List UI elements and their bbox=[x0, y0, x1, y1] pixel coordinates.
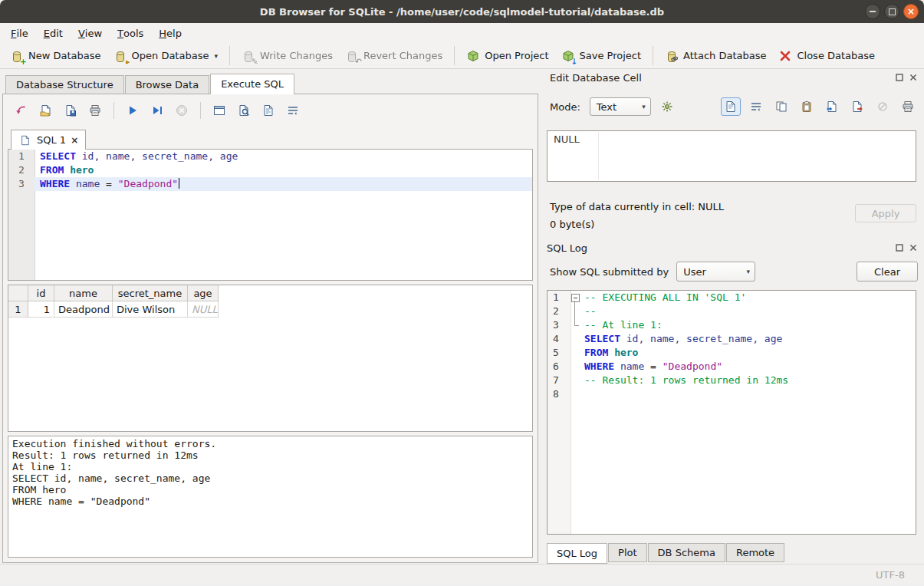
code-text[interactable] bbox=[581, 387, 916, 401]
clear-log-button[interactable]: Clear bbox=[857, 262, 918, 281]
bottom-tab-plot[interactable]: Plot bbox=[608, 543, 647, 562]
cell-editor[interactable]: NULL bbox=[547, 130, 916, 182]
save-project-button[interactable]: ↓Save Project bbox=[555, 47, 648, 65]
copy-button[interactable] bbox=[771, 97, 791, 116]
sql-editor-tab[interactable]: SQL 1 × bbox=[11, 130, 86, 150]
export-icon bbox=[850, 100, 864, 114]
float-dock-icon[interactable] bbox=[896, 244, 904, 252]
find-button[interactable] bbox=[233, 100, 255, 120]
column-header-secret_name[interactable]: secret_name bbox=[113, 285, 188, 301]
new-database-button[interactable]: +New Database bbox=[4, 47, 107, 65]
code-text[interactable]: FROM hero bbox=[581, 346, 916, 360]
open-editor-window-button[interactable] bbox=[209, 100, 230, 120]
format-sql-button[interactable] bbox=[258, 100, 279, 120]
new-sql-tab-icon bbox=[15, 104, 28, 117]
code-text[interactable]: SELECT id, name, secret_name, age bbox=[35, 150, 532, 163]
bottom-tab-remote[interactable]: Remote bbox=[726, 543, 784, 562]
code-text[interactable]: WHERE name = "Deadpond" bbox=[35, 177, 532, 191]
attach-database-button[interactable]: Attach Database bbox=[659, 47, 772, 65]
tab-browse-data[interactable]: Browse Data bbox=[125, 75, 210, 94]
word-wrap-button[interactable] bbox=[746, 97, 766, 116]
sql-editor[interactable]: 1SELECT id, name, secret_name, age2FROM … bbox=[8, 149, 533, 281]
new-sql-tab-button[interactable] bbox=[11, 100, 32, 120]
fold-marker[interactable] bbox=[571, 291, 581, 305]
close-dock-icon[interactable] bbox=[909, 244, 918, 252]
fold-marker[interactable] bbox=[571, 305, 581, 318]
float-dock-icon[interactable] bbox=[896, 74, 904, 82]
copy-icon bbox=[774, 100, 788, 114]
fold-gutter bbox=[571, 332, 581, 346]
row-header[interactable]: 1 bbox=[8, 301, 28, 318]
print-button[interactable] bbox=[84, 100, 106, 120]
revert-changes-button: ↶Revert Changes bbox=[339, 47, 449, 65]
apply-format-button[interactable] bbox=[657, 97, 677, 116]
code-text[interactable]: -- EXECUTING ALL IN 'SQL 1' bbox=[581, 291, 916, 305]
export-button[interactable] bbox=[847, 97, 867, 116]
editor-line: 3WHERE name = "Deadpond" bbox=[8, 177, 532, 191]
set-null-icon bbox=[876, 100, 889, 114]
import-button[interactable] bbox=[822, 97, 842, 116]
tab-database-structure[interactable]: Database Structure bbox=[5, 75, 124, 94]
fold-marker[interactable] bbox=[571, 318, 581, 332]
close-tab-icon[interactable]: × bbox=[71, 135, 78, 146]
column-header-age[interactable]: age bbox=[188, 285, 219, 301]
titlebar[interactable]: DB Browser for SQLite - /home/user/code/… bbox=[0, 0, 924, 23]
code-text[interactable]: -- bbox=[581, 305, 916, 318]
sql-log-controls: Show SQL submitted by User ▾ Clear bbox=[550, 261, 918, 282]
toolbar-button-label: Revert Changes bbox=[363, 50, 442, 61]
column-header-id[interactable]: id bbox=[28, 285, 54, 301]
open-database-button[interactable]: ▸Open Database▾ bbox=[107, 47, 224, 65]
open-sql-file-button[interactable] bbox=[35, 100, 57, 120]
menu-edit[interactable]: Edit bbox=[36, 23, 71, 43]
code-text[interactable]: -- At line 1: bbox=[581, 318, 916, 332]
open-project-button[interactable]: Open Project bbox=[460, 47, 554, 65]
menu-tools[interactable]: Tools bbox=[110, 23, 151, 43]
close-database-button[interactable]: Close Database bbox=[772, 47, 881, 65]
mode-combobox[interactable]: Text ▾ bbox=[590, 97, 651, 116]
tab-execute-sql[interactable]: Execute SQL bbox=[210, 74, 294, 94]
print-button[interactable] bbox=[898, 97, 918, 116]
open-editor-window-icon bbox=[212, 104, 226, 117]
sql-log-dock-controls bbox=[896, 244, 918, 252]
line-number: 1 bbox=[547, 291, 571, 305]
grid-corner[interactable] bbox=[8, 285, 28, 301]
execute-current-line-button[interactable] bbox=[146, 100, 168, 120]
fold-gutter bbox=[571, 360, 581, 374]
cell-secret_name[interactable]: Dive Wilson bbox=[113, 301, 188, 318]
maximize-button[interactable] bbox=[884, 4, 899, 19]
code-text[interactable]: FROM hero bbox=[35, 163, 532, 177]
code-text[interactable]: WHERE name = "Deadpond" bbox=[581, 360, 916, 374]
execution-status-log[interactable]: Execution finished without errors. Resul… bbox=[8, 436, 533, 558]
toolbar-button-label: Save Project bbox=[580, 50, 642, 61]
save-project-icon: ↓ bbox=[561, 49, 575, 63]
close-dock-icon[interactable] bbox=[909, 74, 918, 82]
save-sql-file-button[interactable] bbox=[60, 100, 81, 120]
main-tab-bar: Database Structure Browse Data Execute S… bbox=[5, 73, 295, 94]
editor-line: 1SELECT id, name, secret_name, age bbox=[8, 150, 532, 163]
bottom-tabs: SQL LogPlotDB SchemaRemote bbox=[547, 543, 785, 563]
code-text[interactable]: SELECT id, name, secret_name, age bbox=[581, 332, 916, 346]
toolbar-button-label: Attach Database bbox=[683, 50, 766, 61]
dropdown-arrow-icon: ▾ bbox=[214, 52, 218, 60]
sql-log-view[interactable]: 1-- EXECUTING ALL IN 'SQL 1'2--3-- At li… bbox=[547, 290, 916, 535]
submitter-combobox[interactable]: User ▾ bbox=[676, 262, 755, 281]
cell-age[interactable]: NULL bbox=[188, 301, 219, 318]
cell-id[interactable]: 1 bbox=[28, 301, 54, 318]
bottom-tab-sql-log[interactable]: SQL Log bbox=[547, 543, 607, 564]
execute-all-button[interactable] bbox=[122, 100, 143, 120]
bottom-tab-db-schema[interactable]: DB Schema bbox=[648, 543, 725, 562]
code-text[interactable]: -- Result: 1 rows returned in 12ms bbox=[581, 374, 916, 387]
menu-help[interactable]: Help bbox=[151, 23, 189, 43]
menu-file[interactable]: File bbox=[3, 23, 36, 43]
cell-name[interactable]: Deadpond bbox=[54, 301, 113, 318]
minimize-button[interactable] bbox=[865, 4, 880, 19]
menu-view[interactable]: View bbox=[71, 23, 110, 43]
word-wrap-button[interactable] bbox=[282, 100, 304, 120]
mode-value: Text bbox=[597, 101, 637, 113]
format-sql-icon bbox=[261, 104, 275, 117]
text-mode-button[interactable] bbox=[721, 97, 741, 116]
paste-button[interactable] bbox=[797, 97, 817, 116]
column-header-name[interactable]: name bbox=[54, 285, 113, 301]
main-toolbar: +New Database▸Open Database▾✎Write Chang… bbox=[0, 43, 924, 69]
close-window-button[interactable]: × bbox=[903, 4, 919, 19]
